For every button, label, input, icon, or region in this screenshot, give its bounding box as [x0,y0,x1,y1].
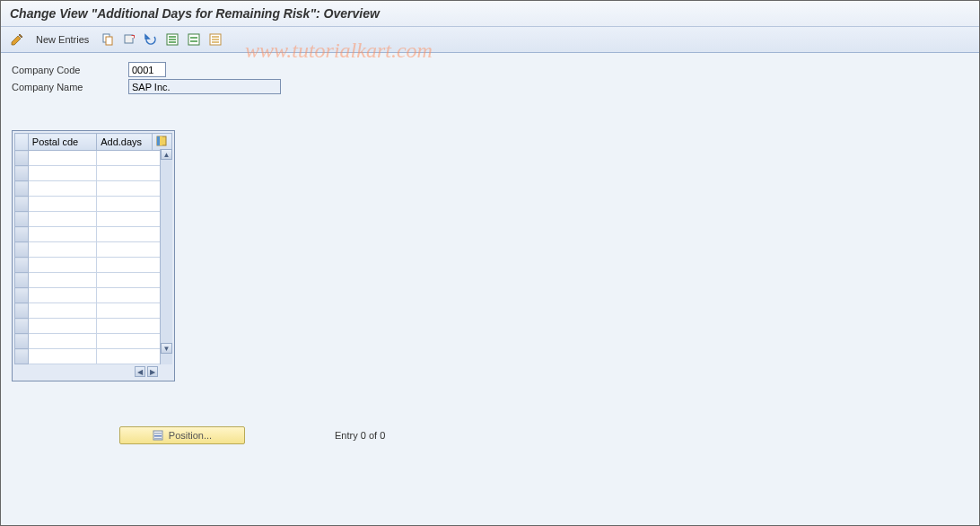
content-area: Company Code Company Name Postal cde Add… [1,53,979,453]
position-button[interactable]: Position... [119,426,245,444]
row-selector[interactable] [15,303,29,319]
postal-cde-cell[interactable] [28,258,96,273]
row-selector[interactable] [15,227,29,242]
svg-rect-1 [106,37,112,45]
position-icon [153,430,163,441]
svg-rect-16 [160,136,162,145]
table-config-icon [156,136,167,146]
table-row [15,197,172,212]
toolbar: New Entries [1,27,979,53]
data-table: Postal cde Add.days [14,133,172,364]
footer-row: Position... Entry 0 of 0 [12,426,968,444]
vertical-scrollbar[interactable]: ▲ ▼ [160,149,172,364]
postal-cde-cell[interactable] [28,227,96,242]
scroll-right-button[interactable]: ▶ [147,366,158,377]
deselect-all-icon [208,32,223,47]
company-name-label: Company Name [12,82,128,92]
postal-cde-cell[interactable] [28,303,96,319]
table-row [15,166,172,181]
company-code-row: Company Code [12,62,968,77]
postal-cde-cell[interactable] [28,319,96,334]
undo-button[interactable] [142,31,160,48]
row-selector[interactable] [15,242,29,258]
row-selector[interactable] [15,197,29,212]
position-label: Position... [169,430,212,441]
horizontal-scrollbar[interactable]: ◀ ▶ [14,366,172,379]
row-selector[interactable] [15,319,29,334]
table-row [15,151,172,166]
svg-rect-20 [154,438,162,440]
select-block-button[interactable] [185,31,203,48]
svg-rect-13 [212,41,219,43]
company-code-input[interactable] [128,62,166,77]
postal-cde-cell[interactable] [28,197,96,212]
table-row [15,288,172,303]
copy-icon [101,32,115,47]
company-name-row: Company Name [12,79,968,94]
toggle-change-button[interactable] [8,31,26,48]
row-selector[interactable] [15,258,29,273]
company-code-label: Company Code [12,65,128,75]
undo-icon [144,32,158,47]
table-row [15,181,172,197]
row-selector[interactable] [15,181,29,197]
postal-cde-cell[interactable] [28,242,96,258]
row-selector[interactable] [15,349,29,364]
postal-cde-cell[interactable] [28,181,96,197]
delete-button[interactable] [120,31,138,48]
deselect-all-button[interactable] [206,31,224,48]
svg-rect-12 [212,39,219,40]
row-selector[interactable] [15,212,29,227]
row-selector[interactable] [15,273,29,288]
pencil-icon [10,32,24,47]
row-selector[interactable] [15,151,29,166]
postal-cde-header[interactable]: Postal cde [28,134,96,151]
table-row [15,212,172,227]
select-all-icon [165,32,179,47]
table-row [15,258,172,273]
svg-rect-9 [190,40,197,42]
svg-rect-4 [169,36,176,38]
data-table-container: Postal cde Add.days ▲ ▼ ◀ ▶ [12,130,175,381]
delete-icon [122,32,136,47]
add-days-header[interactable]: Add.days [97,134,153,151]
svg-rect-11 [212,36,219,38]
svg-rect-15 [157,136,160,145]
table-row [15,227,172,242]
row-selector[interactable] [15,288,29,303]
svg-rect-18 [154,433,162,434]
scroll-up-button[interactable]: ▲ [161,149,172,160]
svg-rect-2 [125,35,133,43]
postal-cde-cell[interactable] [28,334,96,349]
entry-counter: Entry 0 of 0 [335,430,385,441]
postal-cde-cell[interactable] [28,151,96,166]
svg-rect-6 [169,41,176,43]
title-bar: Change View "Additional Days for Remaini… [1,1,979,27]
svg-rect-7 [188,34,199,45]
scroll-left-button[interactable]: ◀ [135,366,145,377]
table-row [15,242,172,258]
row-selector[interactable] [15,166,29,181]
company-name-input [128,79,281,94]
postal-cde-cell[interactable] [28,166,96,181]
table-config-button[interactable] [152,134,171,151]
row-selector-header[interactable] [15,134,29,151]
copy-as-button[interactable] [99,31,117,48]
postal-cde-cell[interactable] [28,349,96,364]
scroll-down-button[interactable]: ▼ [161,343,172,354]
table-row [15,334,172,349]
postal-cde-cell[interactable] [28,212,96,227]
svg-rect-8 [190,37,197,39]
svg-rect-19 [154,435,162,437]
postal-cde-cell[interactable] [28,273,96,288]
table-row [15,273,172,288]
postal-cde-cell[interactable] [28,288,96,303]
row-selector[interactable] [15,334,29,349]
table-row [15,349,172,364]
new-entries-button[interactable]: New Entries [30,31,95,48]
table-row [15,319,172,334]
select-block-icon [187,32,201,47]
select-all-button[interactable] [163,31,181,48]
page-title: Change View "Additional Days for Remaini… [10,6,970,21]
svg-rect-5 [169,39,176,40]
